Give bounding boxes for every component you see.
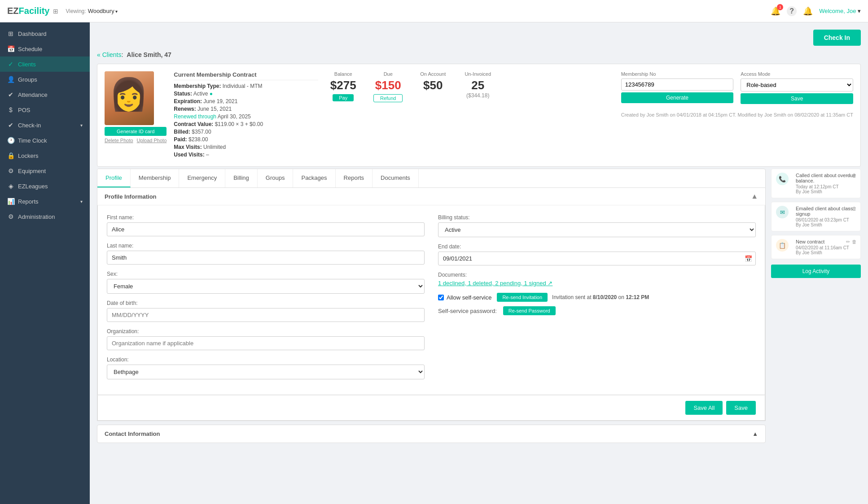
- tab-reports[interactable]: Reports: [336, 169, 373, 187]
- reports-icon: 📊: [7, 198, 14, 205]
- sidebar-item-lockers[interactable]: 🔒 Lockers: [0, 148, 90, 163]
- save-all-button[interactable]: Save All: [685, 401, 723, 415]
- created-info: Created by Joe Smith on 04/01/2018 at 04…: [621, 109, 853, 117]
- refund-button[interactable]: Refund: [373, 94, 403, 102]
- activity-edit-icon-1[interactable]: ✏: [846, 206, 850, 212]
- save-button[interactable]: Save: [726, 401, 756, 415]
- balance-box: Balance $275 Pay: [325, 71, 361, 101]
- tab-emergency[interactable]: Emergency: [179, 169, 225, 187]
- breadcrumb: Clients: Alice Smith, 47: [97, 51, 861, 58]
- self-service-password-label: Self-service password:: [438, 308, 497, 314]
- tab-documents[interactable]: Documents: [373, 169, 419, 187]
- activity-item-1: ✉ Emailed client about class signup 08/0…: [771, 202, 861, 231]
- bell-icon[interactable]: 🔔: [803, 6, 813, 16]
- due-label: Due: [370, 71, 406, 77]
- location-select[interactable]: Bethpage: [107, 365, 425, 379]
- dob-input-wrap: [107, 308, 425, 322]
- first-name-label: First name:: [107, 214, 425, 221]
- notifications-icon[interactable]: 🔔1: [771, 6, 780, 16]
- log-activity-button[interactable]: Log Activity: [771, 265, 861, 278]
- resend-invitation-button[interactable]: Re-send Invitation: [497, 293, 548, 302]
- tab-profile[interactable]: Profile: [97, 169, 131, 187]
- profile-main: Profile Membership Emergency Billing Gro…: [97, 169, 766, 443]
- sidebar-item-time-clock[interactable]: 🕐 Time Clock: [0, 133, 90, 148]
- sidebar-item-groups[interactable]: 👤 Groups: [0, 72, 90, 87]
- activity-edit-icon-2[interactable]: ✏: [846, 239, 850, 245]
- ezleagues-icon: ◈: [7, 182, 14, 190]
- membership-access-row: Membership No Generate Access Mode Role-…: [621, 71, 853, 104]
- sidebar-item-checkin[interactable]: ✔ Check-in ▾: [0, 117, 90, 133]
- profile-left: First name: Last name: Sex: Female: [107, 214, 425, 386]
- sex-select[interactable]: Female Male Other: [107, 279, 425, 294]
- sidebar-item-administration[interactable]: ⚙ Administration: [0, 209, 90, 224]
- sidebar-item-pos[interactable]: $ POS: [0, 102, 90, 117]
- delete-photo-link[interactable]: Delete Photo: [105, 138, 133, 143]
- last-name-input[interactable]: [107, 251, 425, 265]
- logo[interactable]: EZFacility ⊞: [7, 6, 58, 16]
- resend-password-button[interactable]: Re-send Password: [503, 306, 556, 315]
- tabs-bar: Profile Membership Emergency Billing Gro…: [97, 169, 766, 188]
- first-name-input[interactable]: [107, 222, 425, 236]
- sidebar-item-clients[interactable]: ✓ Clients: [0, 56, 90, 72]
- contract-value-row: Contract Value: $119.00 × 3 + $0.00: [174, 121, 318, 127]
- sidebar-item-schedule[interactable]: 📅 Schedule: [0, 41, 90, 56]
- dob-group: Date of birth:: [107, 300, 425, 322]
- sex-group: Sex: Female Male Other: [107, 271, 425, 294]
- generate-button[interactable]: Generate: [621, 92, 734, 103]
- access-mode-select[interactable]: Role-based: [741, 78, 853, 91]
- organization-input[interactable]: [107, 336, 425, 350]
- viewing-value[interactable]: Woodbury: [88, 8, 118, 14]
- due-amount: $150: [370, 78, 406, 92]
- client-name-heading: Alice Smith, 47: [127, 51, 171, 58]
- form-actions: Save All Save: [97, 395, 765, 421]
- help-icon[interactable]: ?: [787, 6, 797, 16]
- billing-status-select[interactable]: Active Inactive Suspended: [438, 222, 756, 237]
- contact-section: Contact Information ▲: [97, 425, 766, 443]
- contact-collapse-icon[interactable]: ▲: [752, 430, 758, 437]
- welcome-user[interactable]: Joe: [846, 8, 856, 14]
- checkin-arrow-icon: ▾: [80, 123, 83, 128]
- tab-billing[interactable]: Billing: [225, 169, 258, 187]
- sidebar-item-attendance[interactable]: ✔ Attendance: [0, 87, 90, 102]
- on-account-label: On Account: [415, 71, 451, 77]
- activity-delete-icon-0[interactable]: 🗑: [852, 173, 857, 178]
- activity-delete-icon-1[interactable]: 🗑: [852, 206, 857, 212]
- billing-status-group: Billing status: Active Inactive Suspende…: [438, 214, 756, 237]
- tab-packages[interactable]: Packages: [293, 169, 335, 187]
- activity-delete-icon-2[interactable]: 🗑: [852, 239, 857, 245]
- collapse-arrow-icon[interactable]: ▲: [751, 192, 758, 200]
- calendar-icon[interactable]: 📅: [745, 255, 752, 262]
- reports-arrow-icon: ▾: [80, 199, 83, 204]
- dob-input[interactable]: [107, 308, 425, 322]
- sidebar-item-reports[interactable]: 📊 Reports ▾: [0, 194, 90, 209]
- pay-button[interactable]: Pay: [333, 94, 354, 101]
- access-mode-label: Access Mode: [741, 71, 853, 77]
- end-date-input[interactable]: [438, 252, 756, 265]
- upload-photo-link[interactable]: Upload Photo: [137, 138, 167, 143]
- sidebar-item-dashboard[interactable]: ⊞ Dashboard: [0, 26, 90, 41]
- breadcrumb-clients-link[interactable]: Clients: [97, 51, 121, 58]
- invitation-sent-text: Invitation sent at 8/10/2020 on 12:12 PM: [552, 294, 649, 300]
- end-date-label: End date:: [438, 243, 756, 250]
- logo-ez: EZ: [7, 6, 19, 16]
- activity-edit-icon-0[interactable]: ✏: [846, 173, 850, 178]
- generate-id-button[interactable]: Generate ID card: [105, 127, 167, 136]
- membership-no-input[interactable]: [621, 78, 734, 91]
- client-photo-face: [105, 71, 154, 125]
- activity-actions-0: ✏ 🗑: [846, 173, 857, 178]
- check-in-button[interactable]: Check In: [813, 30, 861, 46]
- allow-self-service-checkbox[interactable]: [438, 295, 444, 300]
- access-mode-save-button[interactable]: Save: [741, 93, 853, 104]
- last-name-label: Last name:: [107, 243, 425, 249]
- renewed-link[interactable]: Renewed through: [174, 113, 216, 120]
- tab-groups[interactable]: Groups: [258, 169, 294, 187]
- uninvoiced-amount: 25: [460, 78, 496, 92]
- contact-section-header[interactable]: Contact Information ▲: [97, 425, 765, 443]
- used-visits-row: Used Visits: –: [174, 152, 318, 158]
- status-dot: ●: [210, 91, 213, 97]
- sidebar-item-ezleagues[interactable]: ◈ EZLeagues: [0, 178, 90, 194]
- sidebar-item-equipment[interactable]: ⚙ Equipment: [0, 163, 90, 178]
- equipment-icon: ⚙: [7, 167, 14, 174]
- tab-membership[interactable]: Membership: [131, 169, 180, 187]
- documents-link[interactable]: 1 declined, 1 deleted, 2 pending, 1 sign…: [438, 280, 552, 287]
